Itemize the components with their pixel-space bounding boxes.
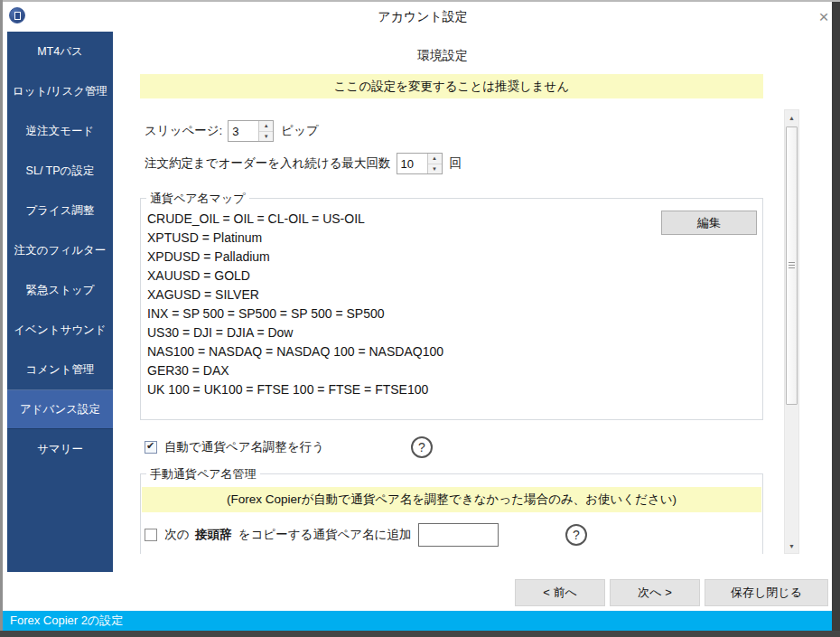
pair-map-entry: US30 = DJI = DJIA = Dow [147, 323, 443, 342]
slippage-input[interactable] [229, 121, 258, 141]
pair-map-groupbox: 通貨ペア名マップ CRUDE_OIL = OIL = CL-OIL = US-O… [140, 198, 763, 420]
sidebar-item-reverse-order[interactable]: 逆注文モード [7, 111, 113, 151]
dialog-title: アカウント設定 [3, 9, 840, 25]
slippage-unit: ピップ [281, 123, 318, 139]
pair-map-entry: NAS100 = NASDAQ = NASDAQ 100 = NASDAQ100 [147, 342, 443, 361]
previous-button[interactable]: < 前へ [515, 579, 605, 606]
max-attempts-up-icon[interactable]: ▲ [428, 154, 442, 164]
sidebar-item-summary[interactable]: サマリー [7, 429, 113, 469]
sidebar-item-order-filter[interactable]: 注文のフィルター [7, 230, 113, 270]
max-attempts-label: 注文約定までオーダーを入れ続ける最大回数 [145, 155, 391, 172]
max-attempts-input[interactable] [397, 154, 427, 173]
pair-map-entry: XPDUSD = Palladium [147, 248, 443, 267]
pair-map-entry: XPTUSD = Platinum [147, 229, 443, 248]
max-attempts-row: 注文約定までオーダーを入れ続ける最大回数 ▲ ▼ 回 [145, 153, 462, 174]
title-bar: アカウント設定 × [3, 2, 832, 32]
sidebar-item-emergency-stop[interactable]: 緊急ストップ [7, 270, 113, 310]
sidebar-item-sl-tp[interactable]: SL/ TPの設定 [7, 151, 113, 191]
sidebar-item-event-sound[interactable]: イベントサウンド [7, 310, 113, 350]
max-attempts-unit: 回 [450, 155, 462, 172]
pair-map-entry: XAUUSD = GOLD [147, 267, 443, 286]
window-border-left [0, 0, 3, 637]
auto-adjust-label: 自動で通貨ペア名調整を行う [164, 439, 324, 455]
max-attempts-stepper: ▲ ▼ [397, 153, 443, 174]
prefix-checkbox[interactable] [145, 529, 157, 541]
sidebar-item-advanced-settings[interactable]: アドバンス設定 [7, 389, 113, 429]
vertical-scrollbar[interactable]: ▲ ▼ [784, 109, 799, 554]
slippage-row: スリッページ: ▲ ▼ ピップ [145, 120, 319, 142]
prefix-label-before: 次の [164, 527, 189, 543]
scroll-down-icon[interactable]: ▼ [785, 539, 798, 553]
settings-sidebar: MT4パス ロット/リスク管理 逆注文モード SL/ TPの設定 プライス調整 … [7, 32, 113, 572]
section-heading: 環境設定 [113, 48, 772, 64]
sidebar-item-price-adjust[interactable]: プライス調整 [7, 191, 113, 230]
sidebar-item-comment-mgmt[interactable]: コメント管理 [7, 350, 113, 389]
scrollbar-thumb[interactable] [786, 126, 798, 405]
prefix-help-icon[interactable]: ? [565, 524, 587, 546]
slippage-stepper: ▲ ▼ [228, 120, 274, 142]
pair-map-entry: CRUDE_OIL = OIL = CL-OIL = US-OIL [147, 210, 443, 229]
sidebar-item-mt4-path[interactable]: MT4パス [7, 32, 113, 71]
window-border-top [0, 0, 840, 2]
pair-map-title: 通貨ペア名マップ [146, 191, 249, 207]
scrollbar-grip [789, 262, 795, 268]
auto-adjust-row: 自動で通貨ペア名調整を行う [145, 436, 324, 458]
slippage-up-icon[interactable]: ▲ [259, 121, 273, 132]
slippage-label: スリッページ: [145, 123, 222, 139]
slippage-down-icon[interactable]: ▼ [259, 132, 273, 142]
account-settings-dialog: アカウント設定 × MT4パス ロット/リスク管理 逆注文モード SL/ TPの… [0, 0, 840, 637]
prefix-label-after: をコピーする通貨ペア名に追加 [238, 527, 412, 543]
next-button[interactable]: 次へ > [610, 579, 700, 606]
sidebar-item-lot-risk[interactable]: ロット/リスク管理 [7, 71, 113, 111]
pair-map-entry: INX = SP 500 = SP500 = SP 500 = SP500 [147, 304, 443, 323]
prefix-input[interactable] [418, 523, 499, 547]
window-border-right [832, 2, 840, 637]
edit-button[interactable]: 編集 [661, 211, 757, 235]
manual-pair-note: (Forex Copierが自動で通貨ペア名を調整できなかった場合のみ、お使いく… [142, 487, 761, 512]
save-close-button[interactable]: 保存し閉じる [705, 579, 828, 606]
window-border-bottom [0, 631, 840, 637]
manual-pair-title: 手動通貨ペア名管理 [146, 466, 260, 482]
pair-map-list: CRUDE_OIL = OIL = CL-OIL = US-OIL XPTUSD… [147, 210, 443, 399]
prefix-row: 次の 接頭辞 をコピーする通貨ペア名に追加 [145, 522, 499, 548]
auto-adjust-checkbox[interactable] [145, 441, 157, 454]
status-bar: Forex Copier 2の設定 [3, 611, 832, 631]
prefix-label-bold: 接頭辞 [195, 527, 232, 543]
warning-banner: ここの設定を変更することは推奨しません [140, 74, 763, 98]
pair-map-entry: UK 100 = UK100 = FTSE 100 = FTSE = FTSE1… [147, 380, 443, 399]
pair-map-entry: GER30 = DAX [147, 361, 443, 380]
pair-map-entry: XAGUSD = SILVER [147, 286, 443, 304]
scroll-up-icon[interactable]: ▲ [785, 110, 798, 125]
max-attempts-down-icon[interactable]: ▼ [428, 164, 442, 174]
auto-adjust-help-icon[interactable]: ? [411, 436, 433, 458]
